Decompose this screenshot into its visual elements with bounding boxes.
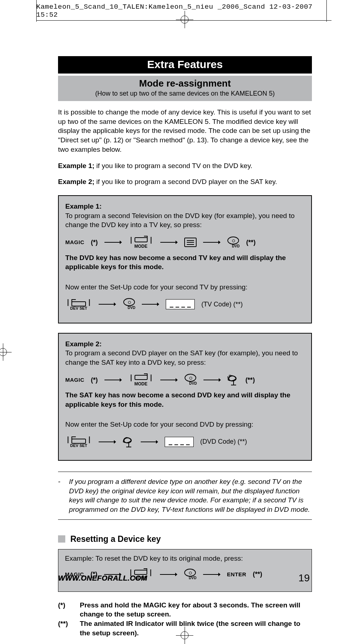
arrow-icon: [104, 240, 122, 244]
example2-intro: Example 2; if you like to program a seco…: [58, 178, 312, 186]
example1-result: The DVD key has now become a second TV k…: [65, 253, 305, 272]
square-bullet-icon: [58, 535, 65, 543]
reset-heading-row: Resetting a Device key: [58, 534, 312, 544]
dvd-disc-icon: DVD: [184, 374, 197, 386]
footnote-a-mark: (*): [58, 601, 73, 619]
svg-marker-11: [120, 378, 122, 382]
arrow-icon: [160, 240, 178, 244]
arrow-icon: [141, 440, 158, 444]
footnote-b-text: The animated IR Indicator will blink twi…: [80, 619, 312, 637]
subsection-heading: Mode re-assignment: [58, 78, 312, 89]
devset-key-icon: ❘❘ DEV SET: [65, 435, 92, 448]
svg-marker-7: [114, 302, 116, 306]
example1-intro: Example 1; if you like to program a seco…: [58, 162, 312, 170]
example1-sequence-2: ❘❘ DEV SET DVD (TV Code) (**): [65, 298, 305, 311]
page-number: 19: [298, 572, 310, 584]
registration-mark-left: [0, 347, 8, 357]
svg-marker-29: [175, 573, 177, 576]
sat-dish-icon: [227, 375, 239, 385]
example1-desc: To program a second Television on the DV…: [65, 211, 305, 230]
example2-result: The SAT key has now become a second DVD …: [65, 390, 305, 409]
svg-marker-5: [218, 241, 221, 244]
reset-heading: Resetting a Device key: [70, 534, 161, 544]
reset-box: Example: To reset the DVD key to its ori…: [58, 549, 312, 592]
example2-title: Example 2:: [65, 339, 305, 349]
arrow-icon: [99, 302, 116, 306]
menu-icon: [184, 238, 197, 247]
dvd-disc-icon: DVD: [123, 298, 135, 310]
code-entry-box: [166, 299, 195, 309]
section-title-bar: Extra Features: [58, 56, 312, 74]
dvd-disc-icon: DVD: [184, 569, 197, 580]
magic-key-label: MAGIC: [65, 376, 85, 384]
example2-box: Example 2: To program a second DVD playe…: [58, 333, 312, 461]
svg-marker-9: [157, 302, 159, 306]
svg-marker-25: [156, 440, 158, 444]
subsection-bar: Mode re-assignment (How to set up two of…: [58, 76, 312, 101]
arrow-icon: [203, 240, 221, 244]
footer-url: WWW.ONEFORALL.COM: [58, 574, 147, 582]
reset-desc: Example: To reset the DVD key to its ori…: [65, 555, 305, 563]
enter-key-label: ENTER: [227, 571, 246, 577]
svg-marker-20: [114, 440, 116, 444]
code-label: (TV Code) (**): [201, 300, 243, 309]
example2-sequence-2: ❘❘ DEV SET (DVD Code) (**): [65, 435, 305, 448]
arrow-icon: [104, 378, 122, 382]
intro-paragraph: It is possible to change the mode of any…: [58, 108, 312, 154]
example1-sequence-1: MAGIC (*) ❘❘ MODE DVD (**): [65, 235, 305, 249]
page-header-filename: Kameleon_5_Scand_10_TALEN:Kameleon_5_nie…: [36, 0, 331, 21]
footnote-mark-double: (**): [253, 570, 262, 578]
arrow-icon: [160, 378, 178, 382]
footnote-mark-single: (*): [91, 238, 98, 247]
example2-setup-instruction: Now enter the Set-Up code for your secon…: [65, 420, 305, 429]
devset-key-icon: ❘❘ DEV SET: [65, 298, 92, 311]
svg-marker-13: [176, 378, 178, 382]
footnotes: (*) Press and hold the MAGIC key for abo…: [58, 601, 312, 638]
arrow-icon: [203, 572, 221, 577]
example1-title: Example 1:: [65, 202, 305, 211]
magic-key-label: MAGIC: [65, 239, 85, 246]
example1-box: Example 1: To program a second Televisio…: [58, 195, 312, 323]
example2-sequence-1: MAGIC (*) ❘❘ MODE DVD (**): [65, 373, 305, 387]
code-label: (DVD Code) (**): [200, 437, 247, 446]
arrow-icon: [203, 378, 221, 382]
footnote-mark-double: (**): [246, 376, 255, 384]
code-entry-box: [165, 437, 194, 447]
sat-dish-icon: [123, 437, 134, 447]
svg-marker-15: [219, 378, 221, 382]
footnote-a-text: Press and hold the MAGIC key for about 3…: [80, 601, 312, 619]
mode-key-icon: ❘❘ MODE: [128, 235, 154, 249]
svg-marker-31: [218, 573, 221, 576]
footnote-mark-double: (**): [246, 238, 256, 247]
example1-setup-instruction: Now enter the Set-Up code for your secon…: [65, 283, 305, 292]
example2-desc: To program a second DVD player on the SA…: [65, 348, 305, 367]
subsection-caption: (How to set up two of the same devices o…: [58, 90, 312, 97]
footnote-b-mark: (**): [58, 619, 73, 637]
mode-key-icon: ❘❘ MODE: [128, 373, 154, 387]
arrow-icon: [160, 572, 177, 577]
note-block: - If you program a different device type…: [58, 472, 312, 520]
footnote-mark-single: (*): [91, 376, 98, 384]
note-text: If you program a different device type o…: [69, 477, 312, 514]
svg-marker-3: [176, 241, 178, 244]
arrow-icon: [99, 440, 116, 444]
arrow-icon: [142, 302, 159, 306]
note-bullet: -: [58, 477, 60, 514]
svg-marker-1: [120, 241, 122, 244]
dvd-disc-icon: DVD: [227, 237, 240, 249]
